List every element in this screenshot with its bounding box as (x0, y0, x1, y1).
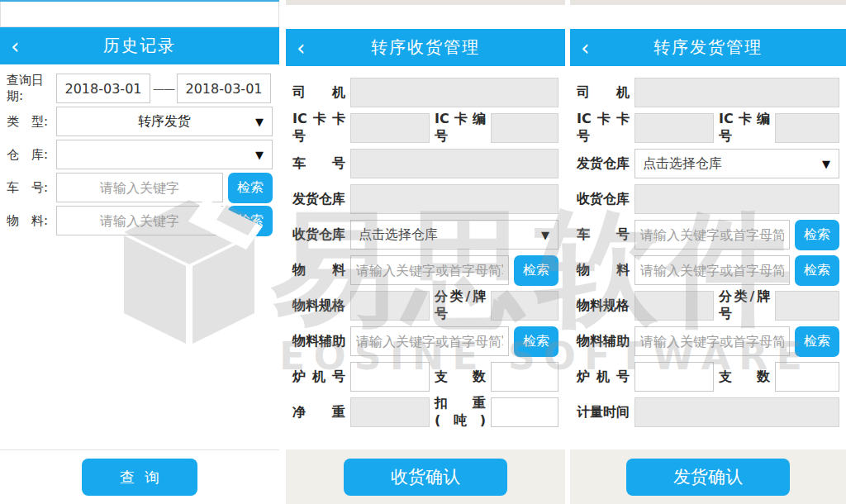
type-row: 类 型: 转序发货 ▼ (7, 107, 273, 136)
vehicle-search-button[interactable]: 检索 (795, 220, 839, 250)
material-input[interactable] (350, 255, 509, 285)
driver-label: 司机 (577, 84, 630, 102)
material-search-button[interactable]: 检索 (514, 255, 558, 286)
vehicle-field (350, 149, 558, 178)
receive-confirm-button[interactable]: 收货确认 (344, 459, 507, 496)
furnace-input[interactable] (350, 362, 430, 392)
vehicle-label: 车号 (292, 155, 345, 173)
count-label: 支数 (719, 368, 770, 386)
material-search-button[interactable]: 检索 (228, 206, 273, 236)
chevron-down-icon: ▼ (541, 229, 549, 241)
recv-warehouse-value: 点击选择仓库 (351, 226, 438, 244)
status-bar (286, 5, 565, 29)
vehicle-label: 车号 (577, 226, 630, 244)
ship-warehouse-row: 发货仓库 点击选择仓库 ▼ (577, 149, 839, 178)
vehicle-input[interactable] (634, 220, 790, 250)
material-search-button[interactable]: 检索 (795, 255, 839, 286)
driver-row: 司机 (577, 78, 839, 107)
ship-warehouse-label: 发货仓库 (577, 155, 630, 173)
driver-label: 司机 (292, 84, 345, 102)
grade-field (491, 291, 558, 321)
aux-input[interactable] (634, 326, 790, 356)
vehicle-search-button[interactable]: 检索 (228, 173, 273, 203)
recv-warehouse-select[interactable]: 点击选择仓库 ▼ (350, 220, 558, 250)
ship-warehouse-select[interactable]: 点击选择仓库 ▼ (634, 149, 839, 178)
date-label: 查询日期: (7, 73, 56, 104)
vehicle-label: 车 号: (7, 180, 56, 196)
recv-warehouse-row: 收货仓库 (577, 184, 839, 214)
material-row: 物料 检索 (292, 255, 558, 285)
grade-label: 分类/牌号 (719, 288, 770, 323)
date-to-field[interactable]: 2018-03-01 (177, 74, 271, 103)
ship-warehouse-value: 点击选择仓库 (635, 155, 722, 173)
spec-row: 物料规格 分类/牌号 (292, 291, 558, 321)
vehicle-row: 车号 检索 (577, 220, 839, 250)
ship-warehouse-label: 发货仓库 (292, 191, 345, 208)
recv-warehouse-label: 收货仓库 (577, 191, 630, 208)
vehicle-input[interactable] (56, 173, 223, 202)
chevron-down-icon: ▼ (255, 149, 264, 161)
history-appbar: ‹ 历史记录 (0, 27, 279, 64)
weigh-time-row: 计量时间 (577, 397, 839, 427)
page-title: 转序收货管理 (371, 36, 480, 59)
aux-label: 物料辅助 (292, 333, 345, 350)
spec-label: 物料规格 (577, 297, 630, 315)
status-bar (0, 2, 279, 27)
ship-panel: ‹ 转序发货管理 司机 IC卡卡号 IC卡编号 发货仓库 点击选择仓库 ▼ (570, 0, 846, 504)
query-button[interactable]: 查询 (82, 459, 197, 496)
material-label: 物 料: (7, 213, 56, 229)
ic-no-field (775, 113, 839, 143)
aux-label: 物料辅助 (577, 333, 630, 350)
aux-row: 物料辅助 检索 (292, 326, 558, 356)
driver-row: 司机 (292, 78, 558, 107)
ship-confirm-button[interactable]: 发货确认 (626, 459, 790, 496)
aux-search-button[interactable]: 检索 (795, 326, 839, 357)
aux-search-button[interactable]: 检索 (514, 326, 558, 357)
material-input[interactable] (56, 206, 223, 235)
furnace-row: 炉机号 支数 (292, 362, 558, 392)
receive-appbar: ‹ 转序收货管理 (286, 29, 565, 66)
spec-label: 物料规格 (292, 297, 345, 315)
tare-input[interactable] (491, 397, 558, 427)
spec-row: 物料规格 分类/牌号 (577, 291, 839, 321)
page-title: 转序发货管理 (654, 36, 763, 59)
receive-footer: 收货确认 (286, 449, 565, 504)
count-input[interactable] (775, 362, 839, 392)
warehouse-row: 仓 库: ▼ (7, 140, 273, 169)
furnace-input[interactable] (634, 362, 714, 392)
aux-input[interactable] (350, 326, 509, 356)
back-icon[interactable]: ‹ (581, 37, 589, 59)
page-title: 历史记录 (103, 35, 176, 57)
chevron-down-icon: ▼ (255, 116, 264, 128)
ship-appbar: ‹ 转序发货管理 (570, 29, 846, 66)
recv-warehouse-label: 收货仓库 (292, 226, 345, 244)
back-icon[interactable]: ‹ (297, 37, 305, 59)
furnace-row: 炉机号 支数 (577, 362, 839, 392)
material-label: 物料 (292, 262, 345, 279)
furnace-label: 炉机号 (292, 368, 345, 386)
ic-card-label: IC卡卡号 (292, 111, 345, 145)
furnace-label: 炉机号 (577, 368, 630, 386)
type-select[interactable]: 转序发货 ▼ (56, 107, 273, 136)
aux-row: 物料辅助 检索 (577, 326, 839, 356)
back-icon[interactable]: ‹ (11, 36, 19, 57)
recv-warehouse-row: 收货仓库 点击选择仓库 ▼ (292, 220, 558, 250)
ic-card-row: IC卡卡号 IC卡编号 (292, 113, 558, 143)
grade-field (775, 291, 839, 321)
warehouse-select[interactable]: ▼ (56, 140, 273, 169)
type-label: 类 型: (7, 114, 56, 130)
vehicle-row: 车号 (292, 149, 558, 178)
count-label: 支数 (435, 368, 486, 386)
date-separator: —— (150, 82, 177, 95)
date-range-row: 查询日期: 2018-03-01 —— 2018-03-01 (7, 74, 273, 103)
material-input[interactable] (634, 255, 790, 285)
net-weight-label: 净重 (292, 404, 345, 421)
count-input[interactable] (491, 362, 558, 392)
ship-warehouse-field (350, 184, 558, 214)
date-from-field[interactable]: 2018-03-01 (56, 74, 150, 103)
ic-card-row: IC卡卡号 IC卡编号 (577, 113, 839, 143)
ship-footer: 发货确认 (570, 449, 846, 504)
material-row: 物 料: 检索 (7, 206, 273, 235)
tare-label: 扣重(吨) (435, 395, 486, 430)
receive-panel: ‹ 转序收货管理 司机 IC卡卡号 IC卡编号 车号 发货仓库 (286, 0, 565, 504)
